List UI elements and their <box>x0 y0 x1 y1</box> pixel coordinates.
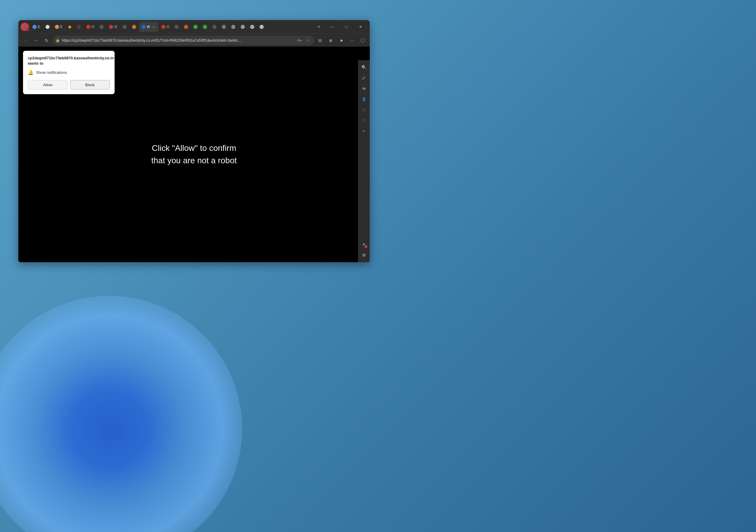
forward-icon: → <box>34 38 38 43</box>
edge-icon-button[interactable]: ⬡ <box>358 36 367 45</box>
ink-sidebar-button[interactable]: 🖊 <box>359 73 368 83</box>
tab-item[interactable] <box>219 22 228 32</box>
tab-item[interactable] <box>120 22 129 32</box>
copilot-icon: ⬡ <box>362 108 365 112</box>
tab-item[interactable] <box>210 22 219 32</box>
permission-text: Show notifications <box>36 70 67 75</box>
tab-item[interactable]: E <box>53 22 65 32</box>
close-button[interactable]: ✕ <box>354 22 367 32</box>
page-message-line2: that you are not a robot <box>151 154 237 167</box>
tab-item[interactable] <box>257 22 266 32</box>
maximize-button[interactable]: □ <box>339 22 353 32</box>
tab-icon <box>86 25 90 29</box>
allow-button[interactable]: Allow <box>28 80 68 90</box>
tab-icon <box>175 25 179 29</box>
lock-icon: 🔒 <box>56 39 60 42</box>
collections-icon: ⊕ <box>329 38 333 43</box>
copilot-sidebar-button[interactable]: ⬡ <box>359 105 368 115</box>
tab-icon <box>250 25 254 29</box>
add-custom-button[interactable]: + • <box>359 240 368 249</box>
tab-item[interactable] <box>43 22 52 32</box>
popup-close-button[interactable]: × <box>104 56 110 62</box>
split-screen-icon: ⊟ <box>318 38 322 43</box>
forward-button[interactable]: → <box>31 36 41 45</box>
tab-bar: E E 🔶 O <box>30 22 313 32</box>
tab-icon <box>241 25 245 29</box>
tab-icon <box>132 25 136 29</box>
address-bar[interactable]: 🔒 https://cp2daqm071bc73eb0870.baseauthe… <box>53 36 314 45</box>
favorites-button[interactable]: ☆ <box>304 37 311 44</box>
settings-icon: ⚙ <box>362 253 366 257</box>
tab-icon <box>203 25 207 29</box>
send-icon: ✈ <box>362 129 365 133</box>
popup-permission: 🔔 Show notifications <box>28 70 110 75</box>
notification-popup: cp2daqm071bc73eb0870.baseauthenticity.co… <box>23 51 115 94</box>
page-message: Click "Allow" to confirm that you are no… <box>151 142 237 167</box>
back-icon: ← <box>23 38 27 43</box>
tab-icon <box>222 25 226 29</box>
tab-item[interactable]: E <box>30 22 42 32</box>
tab-item[interactable] <box>130 22 139 32</box>
bell-icon: 🔔 <box>28 70 34 75</box>
tab-icon <box>161 25 165 29</box>
tab-icon <box>193 25 198 29</box>
favorites-bar-icon: ★ <box>339 38 343 43</box>
toolbar: ← → ↻ 🔒 https://cp2daqm071bc73eb0870.bas… <box>18 34 370 47</box>
tab-item[interactable]: O <box>84 22 96 32</box>
tab-label: E <box>38 25 40 29</box>
add-custom-badge: • <box>364 245 367 248</box>
tab-icon <box>142 25 146 29</box>
ink-icon: 🖊 <box>362 76 365 80</box>
outlook-sidebar-button[interactable]: O <box>359 116 368 125</box>
profile-notification-dot <box>27 29 29 31</box>
minimize-button[interactable]: — <box>325 22 339 32</box>
tab-item[interactable] <box>201 22 209 32</box>
split-screen-button[interactable]: ⊟ <box>315 36 325 45</box>
tab-icon <box>99 25 104 29</box>
tab-item[interactable] <box>182 22 190 32</box>
tab-item[interactable] <box>248 22 256 32</box>
refresh-icon: ↻ <box>45 38 48 43</box>
tab-item[interactable] <box>74 22 83 32</box>
profile-button[interactable]: 👤 <box>21 23 29 31</box>
tab-item[interactable] <box>238 22 247 32</box>
settings-sidebar-button[interactable]: ⚙ <box>359 250 368 260</box>
tab-icon <box>109 25 113 29</box>
tab-item[interactable] <box>229 22 238 32</box>
tab-label: E <box>60 25 63 29</box>
favorites-bar-button[interactable]: ★ <box>337 36 346 45</box>
outlook-icon: O <box>362 119 365 122</box>
tab-icon: 🔶 <box>68 25 71 29</box>
shopping-sidebar-button[interactable]: 🛍 <box>359 84 368 93</box>
profile-sidebar-button[interactable]: 👤 <box>359 94 368 104</box>
star-icon: ☆ <box>306 38 310 42</box>
title-bar: 👤 E E 🔶 O <box>18 20 370 34</box>
tab-item[interactable]: O <box>159 22 172 32</box>
window-controls: — □ ✕ <box>325 22 367 32</box>
tab-icon <box>231 25 235 29</box>
main-content: Click "Allow" to confirm that you are no… <box>18 47 370 262</box>
refresh-button[interactable]: ↻ <box>42 36 51 45</box>
tab-item[interactable]: O <box>107 22 119 32</box>
block-button[interactable]: Block <box>70 80 110 90</box>
collections-button[interactable]: ⊕ <box>326 36 336 45</box>
tab-label: W <box>147 25 150 29</box>
read-aloud-icon: A» <box>297 38 302 42</box>
telegram-sidebar-button[interactable]: ✈ <box>359 126 368 136</box>
read-aloud-button[interactable]: A» <box>296 37 303 44</box>
more-icon: ··· <box>350 38 354 43</box>
search-sidebar-button[interactable]: 🔍 <box>359 63 368 72</box>
address-text: https://cp2daqm071bc73eb0870.baseauthent… <box>62 38 294 42</box>
more-tools-button[interactable]: ··· <box>347 36 357 45</box>
tab-icon <box>77 25 81 29</box>
tab-item[interactable] <box>191 22 200 32</box>
tab-close-button[interactable]: ✕ <box>151 24 156 29</box>
back-button[interactable]: ← <box>21 36 30 45</box>
popup-header: cp2daqm071bc73eb0870.baseauthenticity.co… <box>28 56 110 66</box>
tab-item[interactable]: 🔶 <box>66 22 74 32</box>
tab-icon <box>259 25 264 29</box>
new-tab-button[interactable]: + <box>315 23 323 31</box>
tab-item-active[interactable]: W ✕ <box>139 22 158 32</box>
tab-item[interactable] <box>172 22 181 32</box>
tab-item[interactable] <box>97 22 106 32</box>
